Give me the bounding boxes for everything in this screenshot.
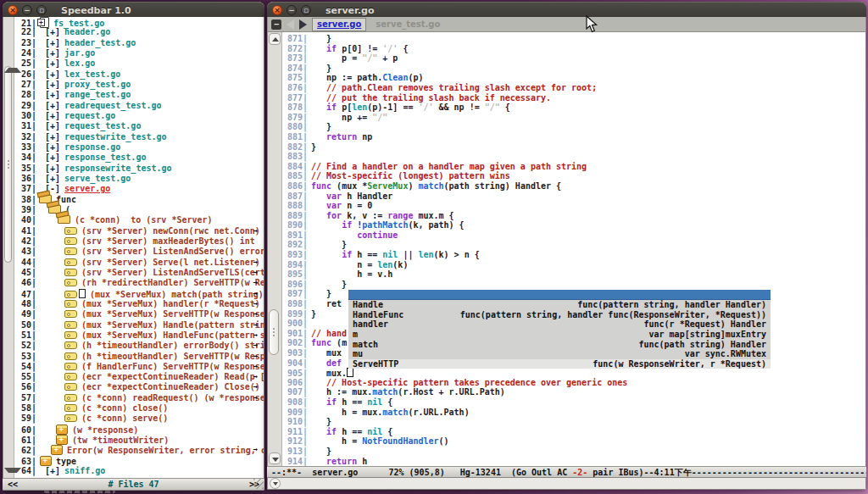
tag-icon[interactable] [64,341,77,349]
file-name[interactable]: request_test.go [64,121,141,130]
expander-toggle[interactable]: [+] [40,69,60,79]
completion-item[interactable]: Handlefunc(pattern string, handler Handl… [348,300,771,310]
tag-label[interactable]: (tw *timeoutWriter) [72,436,169,445]
tag-label[interactable]: (c *conn) serve() [81,414,168,423]
tag-icon[interactable] [64,300,77,308]
tag-icon[interactable] [64,258,77,266]
code-line[interactable]: 911| if h == nil { [282,427,865,437]
speedbar-scrollbar-thumb[interactable] [4,66,12,263]
tag-label[interactable]: (c *conn) close() [81,403,168,413]
tag-label[interactable]: (mux *ServeMux) HandleFunc(pattern st [81,330,264,340]
expander-toggle[interactable]: [+] [40,153,60,162]
completion-item[interactable]: HandleFuncfunc(pattern string, handler f… [348,310,771,320]
code-line[interactable]: 878| if p[len(p)-1] == '/' && np != "/" … [282,103,865,113]
tag-label[interactable]: (mux *ServeMux) Handle(pattern string [81,320,264,330]
code-line[interactable]: 893| if h == nil || len(k) > n { [282,250,865,260]
code-line[interactable]: 876| // path.Clean removes trailing slas… [282,83,865,93]
speedbar-titlebar[interactable]: × − ▫ Speedbar 1.0 [3,2,264,18]
code-line[interactable]: 882|} [282,142,865,153]
closed-group-icon[interactable] [56,435,68,445]
speedbar-row[interactable]: 61|(tw *timeoutWriter) [14,435,263,445]
code-line[interactable]: 887| var h Handler [282,191,865,202]
file-name[interactable]: header.go [64,27,110,36]
tag-icon[interactable] [64,227,77,235]
speedbar-row[interactable]: 42|(srv *Server) maxHeaderBytes() int [14,236,263,247]
code-line[interactable]: 895| h = v.h [282,269,865,280]
code-line[interactable]: 871| } [282,34,865,44]
speedbar-row[interactable]: 39|( [14,205,263,215]
expander-toggle[interactable]: [+] [40,466,60,475]
speedbar-row[interactable]: 32| [+]requestwrite_test.go [14,132,263,142]
maximize-icon[interactable]: ▫ [36,5,47,15]
code-line[interactable]: 880| } [282,122,865,132]
speedbar-row[interactable]: 28| [+]range_test.go [14,90,263,100]
file-name[interactable]: lex_test.go [64,69,120,79]
file-name[interactable]: proxy_test.go [64,80,131,89]
speedbar-row[interactable]: 45|(srv *Server) ListenAndServeTLS(certF… [14,268,263,278]
code-line[interactable]: 889| for k, v := range mux.m { [282,211,865,221]
file-name[interactable]: sniff.go [64,466,105,475]
tabbar-minus-button[interactable]: − [271,19,281,30]
speedbar-row[interactable]: 59|(c *conn) serve() [14,414,263,424]
expander-toggle[interactable]: [+] [40,27,60,36]
completion-item[interactable]: matchfunc(path string) Handler [348,340,771,350]
tag-label[interactable]: (c *conn) readRequest() (w *response, [81,393,264,402]
minimize-icon[interactable]: − [287,5,297,15]
code-line[interactable]: 875| np := path.Clean(p) [282,73,865,83]
code-line[interactable]: 913| } [282,447,865,457]
speedbar-row[interactable]: 53|(h *timeoutHandler) ServeHTTP(w Respo… [14,352,263,362]
tab-server-go[interactable]: server.go [312,18,366,31]
tag-label[interactable]: (ecr *expectContinueReader) Close() e [81,382,264,391]
speedbar-row[interactable]: 64| [+]sniff.go [14,466,263,476]
tag-label[interactable]: (srv *Server) ListenAndServeTLS(certF [81,268,264,277]
tag-label[interactable]: (rh *redirectHandler) ServeHTTP(w Res [81,278,264,287]
speedbar-row[interactable]: 36| [+]serve_test.go [14,174,263,184]
closed-group-icon[interactable] [56,425,68,435]
code-line[interactable]: 896| } [282,280,865,290]
code-line[interactable]: 886|func (mux *ServeMux) match(path stri… [282,181,865,191]
speedbar-row[interactable]: 25| [+]lex.go [14,58,263,69]
code-line[interactable]: 885|// Most-specific (longest) pattern w… [282,171,865,181]
speedbar-row[interactable]: 21|fs_test.go [14,17,263,27]
file-name[interactable]: header_test.go [64,38,136,47]
speedbar-row[interactable]: 52|(h *timeoutHandler) errorBody() strin… [14,341,263,351]
tag-label[interactable]: (mux *ServeMux) ServeHTTP(w ResponseW [81,309,264,319]
tag-icon[interactable] [64,279,77,286]
speedbar-row[interactable]: 55|(ecr *expectContinueReader) Read(p []… [14,372,263,382]
tag-label[interactable]: (mux *ServeMux) handler(r *Request) H [81,299,264,308]
code-line[interactable]: 908| if h == nil { [282,397,865,408]
tag-label[interactable]: (w *response) [72,425,138,435]
speedbar-row[interactable]: 60|(w *response) [14,425,263,435]
file-name[interactable]: response_test.go [64,153,146,162]
code-line[interactable]: 905| mux. [282,368,865,378]
expander-toggle[interactable]: [+] [40,58,60,68]
file-name[interactable]: request.go [64,111,115,120]
speedbar-scroll-left-button[interactable]: << [8,479,18,490]
speedbar-row[interactable]: 31| [+]request_test.go [14,121,263,131]
tag-icon[interactable] [64,291,77,298]
speedbar-row[interactable]: 57|(c *conn) readRequest() (w *response,… [14,393,263,403]
completion-selected-row[interactable] [348,290,771,301]
close-icon[interactable]: × [8,5,18,15]
speedbar-row[interactable]: 37| [-]server.go [14,184,263,194]
file-name[interactable]: range_test.go [64,90,131,99]
speedbar-scrollbar[interactable] [3,17,14,478]
file-name[interactable]: jar.go [64,48,95,58]
code-line[interactable]: 884|// Find a handler on a handler map g… [282,162,865,172]
tab-forward-icon[interactable] [299,19,307,30]
tag-icon[interactable] [64,373,77,380]
expander-toggle[interactable]: [+] [40,121,60,130]
code-line[interactable]: 909| h = mux.match(r.URL.Path) [282,408,865,418]
closed-group-icon[interactable] [40,456,52,466]
file-name[interactable]: serve_test.go [64,174,131,183]
speedbar-row[interactable]: 26| [+]lex_test.go [14,69,263,80]
completion-item[interactable]: mvar map[string]muxEntry [348,330,771,340]
scroll-up-icon[interactable] [269,33,281,45]
open-group-icon[interactable] [58,215,70,224]
tag-label[interactable]: (mux *ServeMux) match(path string) Ha [90,290,264,299]
tag-label[interactable]: (srv *Server) newConn(rwc net.Conn) ( [81,226,264,236]
code-line[interactable]: 914| return h [282,457,865,466]
speedbar-row[interactable]: 44|(srv *Server) Serve(l net.Listener) e… [14,258,263,268]
tab-back-icon[interactable] [287,19,294,30]
tag-icon[interactable] [64,237,77,245]
